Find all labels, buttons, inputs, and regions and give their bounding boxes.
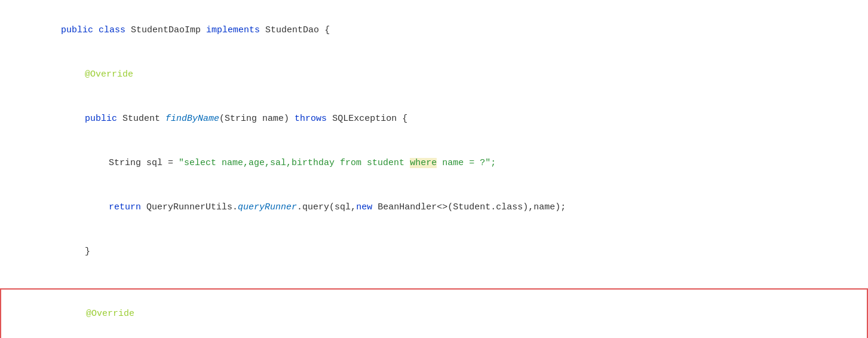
string-sql1: "select name,age,sal,birthday from stude…: [179, 158, 410, 168]
keyword-implements: implements: [206, 25, 265, 35]
open-brace: {: [324, 25, 330, 35]
code-line-sql1: String sql = "select name,age,sal,birthd…: [0, 141, 868, 185]
line-override1-content: @Override: [13, 53, 868, 96]
close-brace1: }: [85, 246, 90, 257]
gap: [0, 276, 868, 284]
annotation-override2: @Override: [86, 309, 134, 319]
highlighted-code-block: @Override public Map<String, Student> fi…: [0, 288, 868, 338]
line-class-def-content: public class StudentDaoImp implements St…: [13, 9, 868, 52]
string-sql1b: name = ?";: [437, 158, 496, 168]
line-closebrace1-content: }: [13, 230, 868, 273]
string-where1: where: [410, 158, 437, 168]
keyword-throws1: throws: [295, 114, 332, 124]
interface-name: StudentDao: [265, 25, 324, 35]
method-findbyname: findByName: [165, 114, 219, 124]
code-line-closebrace1: }: [0, 230, 868, 274]
code-line-override1: @Override: [0, 53, 868, 97]
code-line-override2: @Override: [1, 292, 867, 336]
keyword-return1: return: [109, 202, 146, 212]
open-brace2: {: [402, 114, 407, 124]
beanhandler1: BeanHandler<>(Student.class),name);: [378, 202, 566, 212]
query-call1: .query(sql,: [297, 202, 356, 212]
keyword-public: public: [61, 25, 99, 35]
keyword-new1: new: [356, 202, 378, 212]
keyword-class: class: [99, 25, 131, 35]
code-line-return1: return QueryRunnerUtils.queryRunner.quer…: [0, 185, 868, 230]
page-container: public class StudentDaoImp implements St…: [0, 0, 868, 338]
var-sql1: sql =: [146, 158, 179, 168]
code-line-class-def: public class StudentDaoImp implements St…: [0, 8, 868, 53]
params1: (: [219, 114, 225, 124]
line-findbyname-content: public Student findByName(String name) t…: [13, 98, 868, 141]
exception1: SQLException: [332, 114, 402, 124]
type-string1: String: [225, 114, 262, 124]
type-string2: String: [109, 158, 146, 168]
param-name1: name): [262, 114, 295, 124]
line-sql1-content: String sql = "select name,age,sal,birthd…: [13, 142, 868, 185]
code-line-findbyname: public Student findByName(String name) t…: [0, 97, 868, 141]
upper-code-block: public class StudentDaoImp implements St…: [0, 6, 868, 276]
line-override2-content: @Override: [14, 293, 867, 336]
keyword-public2: public: [85, 114, 122, 124]
type-student: Student: [122, 114, 165, 124]
annotation-override1: @Override: [85, 69, 133, 80]
method-queryrunner1: queryRunner: [238, 202, 297, 212]
queryrunner1: QueryRunnerUtils.: [146, 202, 238, 212]
line-return1-content: return QueryRunnerUtils.queryRunner.quer…: [13, 186, 868, 229]
classname: StudentDaoImp: [131, 25, 206, 35]
